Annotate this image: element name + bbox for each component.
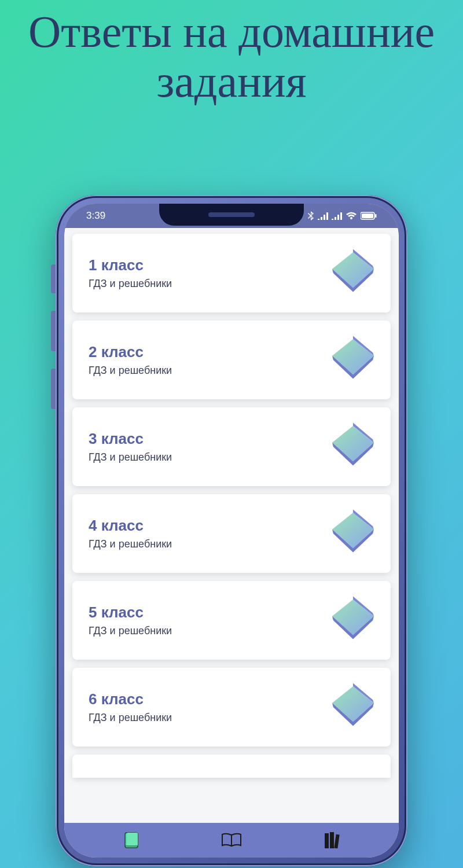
book-closed-icon [122, 830, 141, 850]
status-icons [307, 211, 381, 220]
book-icon [327, 334, 379, 386]
phone-notch [159, 204, 304, 226]
content-area[interactable]: 1 класс ГДЗ и решебники 2 класс [64, 228, 399, 823]
grade-card[interactable]: 3 класс ГДЗ и решебники [72, 407, 391, 486]
card-title: 5 класс [89, 604, 172, 621]
card-title: 1 класс [89, 256, 172, 274]
nav-tab-home[interactable] [119, 828, 144, 852]
phone-volume-down-button [51, 369, 56, 409]
phone-volume-up-button [51, 311, 56, 351]
book-icon [327, 421, 379, 473]
books-icon [323, 831, 340, 849]
card-subtitle: ГДЗ и решебники [89, 365, 172, 377]
card-subtitle: ГДЗ и решебники [89, 625, 172, 637]
grade-card[interactable]: 2 класс ГДЗ и решебники [72, 321, 391, 399]
book-icon [327, 681, 379, 733]
nav-tab-books[interactable] [319, 828, 344, 852]
bottom-nav [64, 823, 399, 858]
signal-icon [318, 212, 328, 220]
svg-rect-2 [375, 214, 377, 218]
phone-frame: 3:39 1 класс ГДЗ и решебники [56, 195, 407, 866]
grade-card[interactable]: 1 класс ГДЗ и решебники [72, 234, 391, 312]
svg-rect-9 [334, 834, 339, 849]
signal-icon [332, 212, 342, 220]
phone-screen: 3:39 1 класс ГДЗ и решебники [64, 204, 399, 858]
book-icon [327, 594, 379, 646]
grade-list: 1 класс ГДЗ и решебники 2 класс [72, 234, 391, 778]
svg-rect-4 [127, 833, 138, 846]
phone-mockup: 3:39 1 класс ГДЗ и решебники [56, 195, 407, 866]
card-subtitle: ГДЗ и решебники [89, 538, 172, 550]
card-subtitle: ГДЗ и решебники [89, 712, 172, 724]
phone-side-button [51, 264, 56, 293]
card-subtitle: ГДЗ и решебники [89, 451, 172, 464]
card-title: 6 класс [89, 690, 172, 708]
svg-rect-8 [330, 832, 334, 848]
phone-speaker [208, 212, 255, 217]
card-title: 4 класс [89, 517, 172, 535]
svg-rect-7 [325, 833, 329, 848]
bluetooth-icon [307, 211, 314, 220]
svg-rect-1 [362, 214, 373, 218]
book-open-icon [221, 832, 242, 849]
book-icon [327, 507, 379, 560]
page-headline: Ответы на домашние задания [0, 0, 463, 106]
grade-card[interactable]: 6 класс ГДЗ и решебники [72, 668, 391, 746]
card-title: 2 класс [89, 343, 172, 361]
card-subtitle: ГДЗ и решебники [89, 278, 172, 290]
book-icon [327, 247, 379, 299]
wifi-icon [346, 212, 357, 220]
grade-card[interactable]: 5 класс ГДЗ и решебники [72, 581, 391, 660]
nav-tab-library[interactable] [219, 828, 244, 852]
battery-icon [361, 212, 377, 220]
status-time: 3:39 [82, 210, 105, 222]
grade-card[interactable]: 4 класс ГДЗ и решебники [72, 494, 391, 573]
grade-card-partial[interactable] [72, 755, 391, 778]
card-title: 3 класс [89, 430, 172, 448]
